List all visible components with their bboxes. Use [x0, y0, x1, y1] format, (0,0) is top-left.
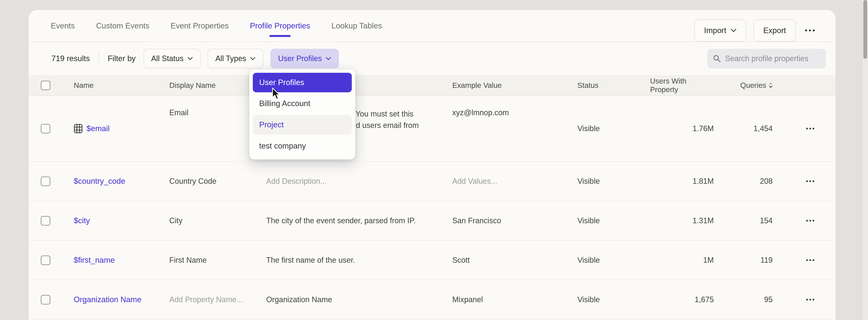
queries-cell: 119 — [726, 256, 785, 264]
ellipsis-icon — [806, 128, 808, 130]
display-name-cell[interactable]: First Name — [169, 256, 266, 264]
search-input[interactable] — [725, 54, 820, 63]
column-header-example-value: Example Value — [452, 81, 578, 90]
queries-cell: 1,454 — [726, 124, 785, 133]
property-name-link[interactable]: $email — [74, 124, 169, 134]
display-name-cell[interactable]: Country Code — [169, 177, 266, 186]
tab-profile-properties[interactable]: Profile Properties — [240, 10, 321, 42]
status-cell[interactable]: Visible — [578, 124, 650, 133]
description-cell[interactable]: The city of the event sender, parsed fro… — [266, 216, 452, 225]
lookup-table-icon — [74, 124, 83, 134]
row-checkbox[interactable] — [41, 177, 50, 186]
queries-cell: 154 — [726, 216, 785, 225]
table-row: $country_code Country Code Add Descripti… — [29, 162, 836, 201]
row-checkbox[interactable] — [41, 255, 50, 265]
tabs-bar: Events Custom Events Event Properties Pr… — [29, 10, 836, 42]
tab-custom-events[interactable]: Custom Events — [85, 10, 160, 42]
ellipsis-icon — [806, 259, 808, 261]
status-cell[interactable]: Visible — [578, 295, 650, 304]
row-checkbox[interactable] — [41, 124, 50, 134]
status-filter-label: All Status — [151, 54, 184, 63]
export-button-label: Export — [763, 26, 786, 35]
property-name-link[interactable]: $first_name — [74, 256, 169, 264]
users-with-property-cell: 1M — [650, 256, 726, 264]
import-button[interactable]: Import — [694, 20, 746, 42]
users-with-property-cell: 1.81M — [650, 177, 726, 186]
description-cell[interactable]: Add Description... — [266, 177, 452, 186]
type-filter-label: All Types — [215, 54, 246, 63]
type-filter-button[interactable]: All Types — [208, 49, 263, 68]
column-header-queries[interactable]: Queries — [726, 81, 785, 90]
sort-toggle-icon — [769, 82, 773, 88]
row-menu-button[interactable] — [803, 217, 817, 224]
example-value-cell[interactable]: Add Values... — [452, 177, 578, 186]
display-name-cell[interactable]: Add Property Name... — [169, 295, 266, 304]
dropdown-option-user-profiles[interactable]: User Profiles — [253, 73, 352, 92]
description-cell[interactable]: The first name of the user. — [266, 256, 452, 264]
status-filter-button[interactable]: All Status — [144, 49, 200, 68]
ellipsis-icon — [806, 299, 808, 300]
description-cell[interactable]: Organization Name — [266, 295, 452, 304]
profile-type-dropdown: User Profiles Billing Account Project te… — [249, 69, 355, 159]
content-card: Events Custom Events Event Properties Pr… — [29, 10, 836, 320]
profile-type-filter-button[interactable]: User Profiles — [271, 49, 339, 68]
row-menu-button[interactable] — [803, 177, 817, 185]
queries-cell: 95 — [726, 295, 785, 304]
more-actions-button[interactable] — [803, 30, 817, 31]
dropdown-option-project[interactable]: Project — [253, 115, 352, 135]
property-name-link[interactable]: $city — [74, 216, 169, 225]
users-with-property-cell: 1,675 — [650, 295, 726, 304]
row-menu-button[interactable] — [803, 125, 817, 133]
queries-cell: 208 — [726, 177, 785, 186]
row-checkbox[interactable] — [41, 216, 50, 225]
toolbar-divider — [99, 51, 99, 66]
tab-events[interactable]: Events — [40, 10, 85, 42]
scrollbar-track[interactable] — [863, 0, 868, 320]
status-cell[interactable]: Visible — [578, 216, 650, 225]
mouse-cursor-icon — [271, 87, 282, 100]
tab-event-properties[interactable]: Event Properties — [160, 10, 240, 42]
display-name-cell[interactable]: City — [169, 216, 266, 225]
page: Events Custom Events Event Properties Pr… — [0, 0, 868, 320]
example-value-cell[interactable]: xyz@lmnop.com — [452, 96, 578, 117]
export-button[interactable]: Export — [753, 20, 796, 42]
dropdown-option-test-company[interactable]: test company — [253, 136, 352, 156]
header-actions: Import Export — [694, 20, 817, 42]
filter-by-label: Filter by — [108, 54, 136, 63]
ellipsis-icon — [806, 220, 808, 221]
users-with-property-cell: 1.31M — [650, 216, 726, 225]
example-value-cell[interactable]: San Francisco — [452, 216, 578, 225]
filter-toolbar: 719 results Filter by All Status All Typ… — [29, 42, 836, 75]
scrollbar-thumb[interactable] — [863, 0, 867, 59]
results-count: 719 results — [52, 54, 90, 63]
table-row: $email Email The user's email address. Y… — [29, 96, 836, 162]
dropdown-option-billing-account[interactable]: Billing Account — [253, 94, 352, 113]
property-name-link[interactable]: $country_code — [74, 177, 169, 186]
column-header-status: Status — [578, 81, 650, 90]
tab-lookup-tables[interactable]: Lookup Tables — [321, 10, 393, 42]
table-row: $first_name First Name The first name of… — [29, 241, 836, 280]
chevron-down-icon — [326, 57, 331, 61]
property-name-link[interactable]: Organization Name — [74, 295, 169, 304]
status-cell[interactable]: Visible — [578, 177, 650, 186]
table-header: Name Display Name Description Example Va… — [29, 75, 836, 96]
chevron-down-icon — [731, 29, 737, 32]
chevron-down-icon — [250, 57, 255, 61]
column-header-name: Name — [74, 81, 169, 90]
search-box[interactable] — [707, 49, 826, 68]
row-menu-button[interactable] — [803, 296, 817, 304]
table-row: Organization Name Add Property Name... O… — [29, 280, 836, 320]
profile-type-filter-label: User Profiles — [278, 54, 322, 63]
import-button-label: Import — [704, 26, 726, 35]
users-with-property-cell: 1.76M — [650, 124, 726, 133]
example-value-cell[interactable]: Scott — [452, 256, 578, 264]
row-checkbox[interactable] — [41, 295, 50, 305]
table-row: $city City The city of the event sender,… — [29, 201, 836, 241]
example-value-cell[interactable]: Mixpanel — [452, 295, 578, 304]
column-header-users-with-property: Users With Property — [650, 77, 726, 94]
status-cell[interactable]: Visible — [578, 256, 650, 264]
row-menu-button[interactable] — [803, 256, 817, 264]
select-all-checkbox[interactable] — [41, 81, 50, 90]
ellipsis-icon — [806, 180, 808, 182]
chevron-down-icon — [187, 57, 193, 61]
